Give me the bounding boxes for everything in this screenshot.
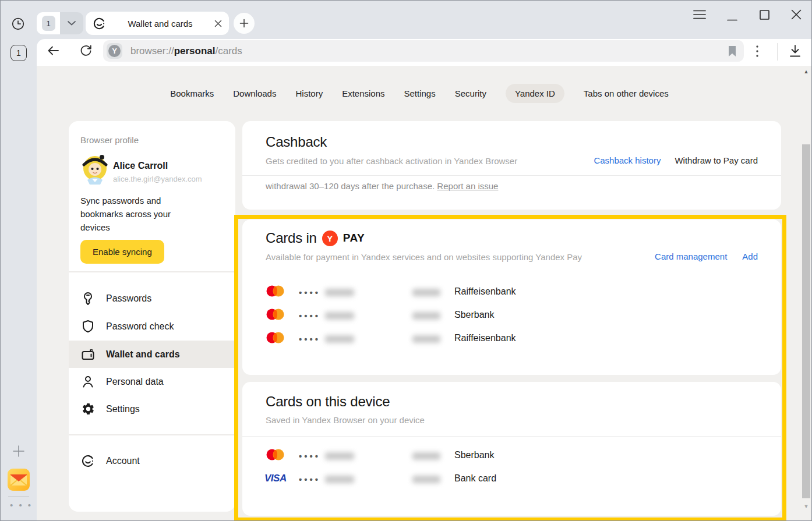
pay-card-row[interactable]: •••• Sberbank — [242, 304, 781, 327]
device-card-row[interactable]: VISA •••• Bank card — [242, 467, 781, 491]
mastercard-icon — [266, 448, 287, 462]
add-card-link[interactable]: Add — [742, 251, 758, 261]
strip-more-button[interactable]: • • • — [10, 500, 33, 510]
tab-group-chevron-button[interactable] — [60, 12, 83, 34]
cashback-history-link[interactable]: Cashback history — [594, 155, 661, 165]
hamburger-icon — [693, 10, 706, 19]
report-an-issue-link[interactable]: Report an issue — [437, 181, 498, 191]
maximize-button[interactable] — [756, 8, 772, 22]
masked-digits: •••• — [299, 334, 320, 344]
person-icon — [80, 375, 96, 389]
nav-settings[interactable]: Settings — [404, 88, 436, 98]
scrollbar-down-arrow[interactable]: ▼ — [803, 504, 810, 509]
reload-button[interactable] — [79, 43, 93, 58]
sidebar-item-passwords[interactable]: Passwords — [69, 285, 235, 312]
cashback-subtitle: Gets credited to you after cashback acti… — [266, 156, 517, 166]
shield-icon — [80, 320, 96, 334]
mastercard-icon — [266, 284, 287, 298]
redacted-card-number — [325, 312, 354, 320]
profile-name: Alice Carroll — [113, 161, 168, 171]
tab-group[interactable]: 1 — [37, 12, 60, 34]
nav-downloads[interactable]: Downloads — [233, 88, 276, 98]
nav-extensions[interactable]: Extensions — [342, 88, 384, 98]
redacted-expiry — [412, 452, 440, 460]
wallet-icon — [80, 348, 96, 361]
cashback-title: Cashback — [266, 134, 327, 150]
device-card-row[interactable]: •••• Sberbank — [242, 444, 781, 467]
tab-group-strip-badge[interactable]: 1 — [10, 45, 27, 61]
avatar[interactable] — [79, 153, 111, 186]
mail-app-icon[interactable] — [8, 469, 30, 491]
maximize-icon — [760, 10, 769, 20]
tab-group-badge: 1 — [42, 16, 55, 31]
settings-nav: Bookmarks Downloads History Extensions S… — [37, 81, 802, 105]
kebab-icon — [755, 44, 759, 58]
tab-title: Wallet and cards — [112, 19, 209, 29]
history-clock-icon[interactable] — [11, 17, 25, 31]
browser-window: 1 Wallet and cards Y browser://personal/… — [0, 0, 812, 521]
cashback-card: Cashback Gets credited to you after cash… — [242, 121, 781, 210]
sidebar-section-label: Browser profile — [80, 135, 139, 145]
yandex-pay-wordmark: PAY — [343, 232, 365, 244]
withdraw-to-pay-card-link[interactable]: Withdraw to Pay card — [675, 155, 758, 165]
sidebar-item-account[interactable]: Account — [69, 447, 235, 474]
sidebar-item-label: Settings — [106, 404, 140, 414]
card-management-link[interactable]: Card management — [655, 251, 727, 261]
minimize-button[interactable] — [724, 10, 740, 24]
pay-cards-card: Cards in Y PAY Available for payment in … — [242, 219, 781, 375]
bank-name: Bank card — [454, 473, 496, 484]
yandex-browser-logo-icon — [93, 17, 106, 30]
nav-other-devices[interactable]: Tabs on other devices — [584, 88, 669, 98]
masked-digits: •••• — [299, 311, 320, 321]
sidebar-item-label: Wallet and cards — [106, 349, 180, 360]
sidebar-item-personal-data[interactable]: Personal data — [69, 368, 235, 395]
nav-bookmarks[interactable]: Bookmarks — [170, 88, 214, 98]
device-cards-title: Cards on this device — [266, 394, 390, 410]
key-icon — [80, 292, 96, 306]
pay-card-row[interactable]: •••• Raiffeisenbank — [242, 281, 781, 304]
pay-cards-title: Cards in — [266, 230, 317, 246]
page-actions-button[interactable] — [755, 44, 759, 58]
strip-add-button[interactable] — [12, 444, 26, 458]
browser-menu-button[interactable] — [691, 8, 708, 22]
sidebar-item-label: Account — [106, 456, 140, 466]
strip-divider — [8, 496, 29, 497]
sidebar-divider — [69, 434, 235, 435]
enable-syncing-button[interactable]: Enable syncing — [80, 240, 164, 264]
sidebar-item-label: Passwords — [106, 293, 151, 304]
sidebar-divider — [69, 271, 235, 272]
nav-history[interactable]: History — [295, 88, 323, 98]
new-tab-button[interactable] — [234, 13, 255, 34]
tab-close-icon[interactable] — [214, 20, 222, 27]
close-window-button[interactable] — [788, 8, 804, 22]
redacted-card-number — [325, 335, 354, 343]
nav-security[interactable]: Security — [455, 88, 486, 98]
address-bar[interactable]: Y browser://personal/cards — [103, 40, 744, 62]
bank-name: Raiffeisenbank — [454, 333, 516, 343]
chevron-down-icon — [68, 21, 76, 26]
sidebar-item-settings[interactable]: Settings — [69, 395, 235, 423]
redacted-card-number — [325, 476, 354, 483]
downloads-button[interactable] — [787, 44, 803, 59]
sidebar-item-password-check[interactable]: Password check — [69, 313, 235, 340]
masked-digits: •••• — [299, 288, 320, 297]
toolbar-divider — [777, 43, 778, 61]
nav-yandex-id[interactable]: Yandex ID — [506, 84, 564, 103]
yandex-favicon-icon: Y — [108, 45, 121, 57]
scrollbar-thumb[interactable] — [802, 144, 810, 498]
plus-icon — [239, 19, 249, 28]
sidebar-item-label: Password check — [106, 321, 174, 332]
scrollbar-up-arrow[interactable]: ▲ — [803, 69, 810, 75]
device-cards-subtitle: Saved in Yandex Browser on your device — [266, 415, 425, 425]
back-arrow-icon — [46, 44, 61, 58]
yandex-id-smile-icon — [80, 454, 96, 468]
bookmark-flag-icon[interactable] — [728, 45, 737, 57]
redacted-expiry — [412, 312, 440, 320]
masked-digits: •••• — [299, 474, 320, 484]
sidebar-item-wallet-and-cards[interactable]: Wallet and cards — [69, 341, 235, 368]
pay-card-row[interactable]: •••• Raiffeisenbank — [242, 327, 781, 350]
active-tab[interactable]: Wallet and cards — [86, 12, 229, 35]
yandex-pay-logo-icon: Y — [322, 231, 338, 246]
back-button[interactable] — [46, 44, 61, 58]
sidebar-item-label: Personal data — [106, 377, 164, 387]
